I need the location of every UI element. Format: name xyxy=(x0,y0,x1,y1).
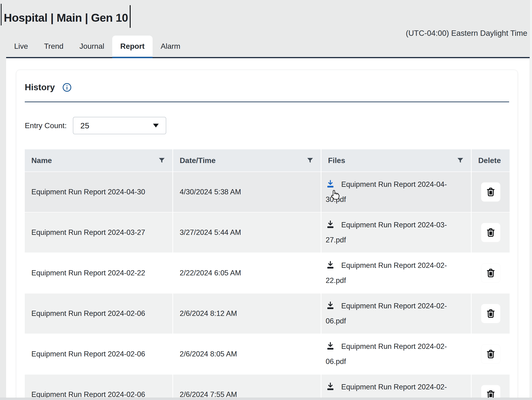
report-name-cell: Equipment Run Report 2024-02-06 xyxy=(25,294,172,333)
tab-trend[interactable]: Trend xyxy=(36,36,71,57)
report-files-cell: Equipment Run Report 2024-02-06.pdf xyxy=(321,334,471,374)
horizontal-scrollbar[interactable] xyxy=(0,398,532,400)
report-files-cell: Equipment Run Report 2024-02-22.pdf xyxy=(321,253,471,293)
download-icon xyxy=(326,301,335,310)
delete-button[interactable] xyxy=(481,263,500,283)
content-area: History Entry Count: 25 xyxy=(0,58,532,400)
caret-down-icon xyxy=(153,124,159,127)
file-name: Equipment Run Report 2024-02-06.pdf xyxy=(326,342,447,366)
file-download-link[interactable]: Equipment Run Report 2024-02-22.pdf xyxy=(326,258,456,288)
file-name: Equipment Run Report 2024-04-30.pdf xyxy=(326,180,447,203)
tab-report[interactable]: Report xyxy=(112,36,152,57)
entry-count-select[interactable]: 25 xyxy=(73,117,166,134)
file-name: Equipment Run Report 2024-03-27.pdf xyxy=(326,221,447,244)
report-name-cell: Equipment Run Report 2024-02-06 xyxy=(25,375,172,400)
table-row: Equipment Run Report 2024-02-06 2/6/2024… xyxy=(25,334,509,374)
file-download-link[interactable]: Equipment Run Report 2024-04-30.pdf xyxy=(326,177,456,207)
tab-bar: Live Trend Journal Report Alarm xyxy=(6,36,530,58)
download-icon xyxy=(326,341,335,351)
report-delete-cell xyxy=(472,294,510,333)
text-cursor xyxy=(130,5,131,28)
report-delete-cell xyxy=(472,172,510,212)
report-delete-cell xyxy=(472,253,510,293)
column-header-datetime: Date/Time xyxy=(173,149,321,172)
window-edge-artifact xyxy=(1,4,2,25)
report-delete-cell xyxy=(472,334,510,374)
report-name-cell: Equipment Run Report 2024-02-22 xyxy=(25,253,172,293)
tab-journal[interactable]: Journal xyxy=(71,36,112,57)
filter-funnel-icon[interactable] xyxy=(158,156,166,164)
report-name-cell: Equipment Run Report 2024-02-06 xyxy=(25,334,172,374)
column-header-name: Name xyxy=(25,149,172,172)
table-row: Equipment Run Report 2024-02-06 2/6/2024… xyxy=(25,375,509,400)
entry-count-label: Entry Count: xyxy=(25,121,67,130)
tab-alarm[interactable]: Alarm xyxy=(152,36,188,57)
report-datetime-cell: 2/6/2024 7:55 AM xyxy=(173,375,321,400)
page-title-text: Hospital | Main | Gen 10 xyxy=(4,12,128,24)
file-download-link[interactable]: Equipment Run Report 2024-03-27.pdf xyxy=(326,217,456,248)
filter-funnel-icon[interactable] xyxy=(306,156,314,164)
history-table: Name Date/Time Files xyxy=(25,149,509,400)
file-name: Equipment Run Report 2024-02-06.pdf xyxy=(326,302,447,325)
column-label: Date/Time xyxy=(180,156,306,165)
filter-funnel-icon[interactable] xyxy=(456,156,464,164)
app-window: Hospital | Main | Gen 10 (UTC-04:00) Eas… xyxy=(0,0,532,400)
report-files-cell: Equipment Run Report 2024-02-06.pdf xyxy=(321,294,471,333)
history-heading: History xyxy=(25,82,55,92)
download-icon xyxy=(326,220,335,229)
delete-button[interactable] xyxy=(481,223,500,242)
download-icon xyxy=(326,382,335,391)
page-title-input[interactable]: Hospital | Main | Gen 10 xyxy=(4,5,131,28)
column-label: Delete xyxy=(478,156,503,165)
card-header: History xyxy=(25,82,509,92)
table-row: Equipment Run Report 2024-02-22 2/22/202… xyxy=(25,253,509,293)
report-files-cell: Equipment Run Report 2024-03-27.pdf xyxy=(321,212,471,252)
download-icon xyxy=(326,260,335,270)
entry-count-value: 25 xyxy=(80,121,153,130)
column-label: Name xyxy=(31,156,158,165)
report-delete-cell xyxy=(472,212,510,252)
vertical-scrollbar[interactable] xyxy=(530,0,532,400)
entry-count-row: Entry Count: 25 xyxy=(25,117,509,134)
tab-live[interactable]: Live xyxy=(6,36,36,57)
file-name: Equipment Run Report 2024-02-22.pdf xyxy=(326,261,447,285)
table-header-row: Name Date/Time Files xyxy=(25,149,509,172)
report-datetime-cell: 2/22/2024 6:05 AM xyxy=(173,253,321,293)
report-datetime-cell: 2/6/2024 8:12 AM xyxy=(173,294,321,333)
table-row: Equipment Run Report 2024-03-27 3/27/202… xyxy=(25,212,509,252)
column-header-files: Files xyxy=(321,149,471,172)
report-datetime-cell: 3/27/2024 5:44 AM xyxy=(173,212,321,252)
delete-button[interactable] xyxy=(481,182,500,202)
column-label: Files xyxy=(328,156,456,165)
report-name-cell: Equipment Run Report 2024-03-27 xyxy=(25,212,172,252)
file-download-link[interactable]: Equipment Run Report 2024-02-06.pdf xyxy=(326,380,456,400)
file-download-link[interactable]: Equipment Run Report 2024-02-06.pdf xyxy=(326,339,456,369)
file-download-link[interactable]: Equipment Run Report 2024-02-06.pdf xyxy=(326,298,456,329)
left-edge-strip xyxy=(0,58,6,400)
delete-button[interactable] xyxy=(481,345,500,364)
report-delete-cell xyxy=(472,375,510,400)
table-row: Equipment Run Report 2024-04-30 4/30/202… xyxy=(25,172,509,212)
report-datetime-cell: 2/6/2024 8:05 AM xyxy=(173,334,321,374)
report-datetime-cell: 4/30/2024 5:38 AM xyxy=(173,172,321,212)
delete-button[interactable] xyxy=(481,304,500,323)
report-files-cell: Equipment Run Report 2024-04-30.pdf xyxy=(321,172,471,212)
top-header: Hospital | Main | Gen 10 (UTC-04:00) Eas… xyxy=(0,0,532,58)
history-card: History Entry Count: 25 xyxy=(16,70,518,400)
report-name-cell: Equipment Run Report 2024-04-30 xyxy=(25,172,172,212)
download-icon xyxy=(326,179,335,189)
section-divider xyxy=(25,102,509,102)
column-header-delete: Delete xyxy=(472,149,510,172)
report-files-cell: Equipment Run Report 2024-02-06.pdf xyxy=(321,375,471,400)
table-row: Equipment Run Report 2024-02-06 2/6/2024… xyxy=(25,294,509,333)
info-icon[interactable] xyxy=(62,82,72,92)
